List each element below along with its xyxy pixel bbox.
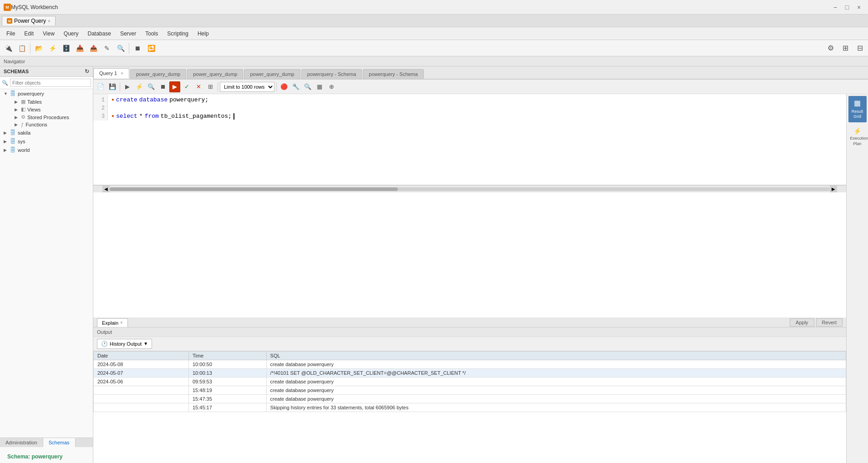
menu-query[interactable]: Query <box>59 29 83 39</box>
view-switch-btn[interactable]: ⊟ <box>853 42 866 55</box>
explain-tab[interactable]: Explain × <box>97 318 128 327</box>
export-btn[interactable]: 📤 <box>87 42 100 55</box>
history-output-btn[interactable]: 🕐 History Output ▼ <box>97 339 152 349</box>
schema-item-powerquery[interactable]: ▼ 🗄 powerquery <box>0 89 93 98</box>
explain-query-btn[interactable]: 🔍 <box>146 81 157 92</box>
tab-schema2[interactable]: powerquery - Schema <box>363 69 424 79</box>
code-content[interactable]: ● create database powerquery; ● select *… <box>108 94 846 122</box>
stored-procedures-item[interactable]: ▶ ⚙ Stored Procedures <box>0 113 93 121</box>
tab-dump3[interactable]: power_query_dump <box>244 69 300 79</box>
tab-administration[interactable]: Administration <box>0 438 43 447</box>
menu-database[interactable]: Database <box>83 29 116 39</box>
h-scroll-track[interactable] <box>110 187 830 191</box>
schema-item-sakila[interactable]: ▶ 🗄 sakila <box>0 128 93 137</box>
edit-btn[interactable]: ✎ <box>101 42 113 55</box>
create-schema-btn[interactable]: 🗄️ <box>60 42 72 55</box>
navigator-bar: Navigator <box>0 56 868 66</box>
filter-input[interactable] <box>10 79 91 87</box>
explain-action-btns: Apply Revert <box>790 318 843 327</box>
power-query-tab[interactable]: M Power Query × <box>2 16 56 25</box>
save-script-btn[interactable]: 💾 <box>107 81 118 92</box>
menu-file[interactable]: File <box>2 29 20 39</box>
more-btn[interactable]: ⊕ <box>326 81 337 92</box>
reconnect-btn[interactable]: 🔁 <box>145 42 157 55</box>
toggle-btn[interactable]: ⊞ <box>205 81 216 92</box>
output-label: Output <box>93 327 846 337</box>
stored-procedures-icon: ⚙ <box>21 114 25 120</box>
maximize-button[interactable]: □ <box>842 2 853 13</box>
minimize-button[interactable]: − <box>830 2 841 13</box>
functions-item[interactable]: ▶ ƒ Functions <box>0 121 93 128</box>
app-tab-bar: M Power Query × <box>0 15 868 27</box>
cell-date-0: 2024-05-08 <box>94 360 189 368</box>
code-line-2 <box>112 104 843 112</box>
menu-tools[interactable]: Tools <box>141 29 162 39</box>
tab-dump2[interactable]: power_query_dump <box>187 69 243 79</box>
toolbar-sep-2 <box>129 43 129 54</box>
table-row[interactable]: 15:45:17 Skipping history entries for 33… <box>94 403 846 412</box>
commit-btn[interactable]: ✓ <box>181 81 192 92</box>
table-row[interactable]: 2024-05-06 09:59:53 create database powe… <box>94 377 846 386</box>
execute-sel-btn[interactable]: ⚡ <box>134 81 145 92</box>
close-button[interactable]: × <box>853 2 864 13</box>
views-item[interactable]: ▶ ◧ Views <box>0 106 93 113</box>
menu-edit[interactable]: Edit <box>20 29 38 39</box>
query-toolbar: 📄 💾 ▶ ⚡ 🔍 ⏹ ▶ ✓ ✕ ⊞ Limit to 1000 rows 🔴… <box>93 80 868 94</box>
run-btn[interactable]: ▶ <box>169 81 180 92</box>
open-script-btn[interactable]: 📂 <box>32 42 45 55</box>
search-replace-btn[interactable]: 🔍 <box>302 81 313 92</box>
table-row[interactable]: 2024-05-07 10:00:13 /*!40101 SET @OLD_CH… <box>94 368 846 377</box>
ident-star: * <box>139 112 143 121</box>
cell-sql-0: create database powerquery <box>266 360 846 368</box>
sidebar-tabs: Administration Schemas <box>0 438 93 447</box>
schema-item-world[interactable]: ▶ 🗄 world <box>0 146 93 154</box>
tab-query1[interactable]: Query 1 × <box>93 68 129 79</box>
scroll-left-btn[interactable]: ◀ <box>102 186 110 193</box>
col-toggle-btn[interactable]: ▦ <box>314 81 325 92</box>
explain-tab-bar: Explain × Apply Revert <box>93 317 846 327</box>
format-btn[interactable]: 🔧 <box>290 81 301 92</box>
arrow-right-icon-tables: ▶ <box>15 100 19 104</box>
apply-btn[interactable]: Apply <box>790 318 814 327</box>
schema-item-sys[interactable]: ▶ 🗄 sys <box>0 137 93 146</box>
search-btn[interactable]: 🔍 <box>114 42 127 55</box>
revert-btn[interactable]: Revert <box>816 318 843 327</box>
limit-select[interactable]: Limit to 1000 rows <box>220 82 274 92</box>
tab-schemas[interactable]: Schemas <box>43 438 76 447</box>
manage-conn-btn[interactable]: 📋 <box>15 42 28 55</box>
menu-server[interactable]: Server <box>116 29 141 39</box>
tab-close-icon[interactable]: × <box>48 19 51 24</box>
app-icon: M <box>4 4 11 11</box>
tables-item[interactable]: ▶ ▦ Tables <box>0 98 93 106</box>
exec-current-btn[interactable]: 🔴 <box>279 81 289 92</box>
stored-procedures-label: Stored Procedures <box>27 115 69 120</box>
table-row[interactable]: 2024-05-08 10:00:50 create database powe… <box>94 360 846 368</box>
explain-close-icon[interactable]: × <box>120 320 123 325</box>
exec-script-btn[interactable]: ⚡ <box>46 42 59 55</box>
menu-help[interactable]: Help <box>193 29 213 39</box>
arrow-right-icon-views: ▶ <box>15 107 19 112</box>
scroll-right-btn[interactable]: ▶ <box>830 186 837 193</box>
execute-btn[interactable]: ▶ <box>122 81 133 92</box>
result-grid-icon: ▦ <box>850 99 865 108</box>
view-split-btn[interactable]: ⊞ <box>839 42 852 55</box>
table-row[interactable]: 15:47:35 create database powerquery <box>94 394 846 403</box>
table-row[interactable]: 15:48:19 create database powerquery <box>94 386 846 394</box>
schemas-refresh-icon[interactable]: ↻ <box>85 68 89 75</box>
settings-btn[interactable]: ⚙ <box>824 42 837 55</box>
import-btn[interactable]: 📥 <box>73 42 86 55</box>
stop-btn[interactable]: ⏹ <box>131 42 144 55</box>
result-grid-btn[interactable]: ▦ Result Grid <box>848 96 867 122</box>
tab-dump1[interactable]: power_query_dump <box>130 69 186 79</box>
new-tab-btn[interactable]: 📄 <box>95 81 106 92</box>
tab-query1-close[interactable]: × <box>121 71 123 76</box>
history-dropdown-icon[interactable]: ▼ <box>143 341 148 346</box>
stop-query-btn[interactable]: ⏹ <box>157 81 168 92</box>
new-connection-btn[interactable]: 🔌 <box>2 42 15 55</box>
line-numbers: 1 2 3 <box>93 94 108 121</box>
execution-plan-btn[interactable]: ⚡ Execution Plan <box>848 124 867 150</box>
tab-schema1[interactable]: powerquery - Schema <box>301 69 362 79</box>
menu-scripting[interactable]: Scripting <box>162 29 193 39</box>
rollback-btn[interactable]: ✕ <box>193 81 204 92</box>
menu-view[interactable]: View <box>38 29 59 39</box>
